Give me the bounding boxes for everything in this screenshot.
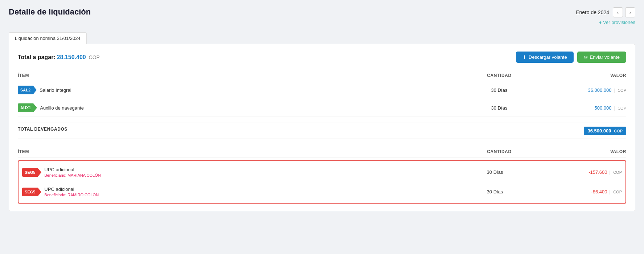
item-cell: SEG5 UPC adicional Beneficiario: MARIANA… <box>22 167 459 177</box>
badge-arrow-seg5-2 <box>38 188 41 196</box>
month-label: Enero de 2024 <box>576 9 609 15</box>
table-row: SAL2 Salario Integral 30 Días 36.000.000… <box>18 81 626 99</box>
next-month-button[interactable]: › <box>625 7 635 17</box>
valor-currency-sal2: COP <box>618 88 626 93</box>
valor-seg5-2: -86.400 | COP <box>531 189 622 194</box>
cantidad-seg5-1: 30 Días <box>459 169 531 175</box>
valor-currency-aux1: COP <box>618 106 626 110</box>
valor-seg5-1: -157.600 | COP <box>531 169 622 175</box>
valor-amount-seg5-2: -86.400 <box>591 189 607 194</box>
ver-provisiones-link[interactable]: ♦ Ver provisiones <box>599 20 635 25</box>
table-row: AUX1 Auxilio de navegante 30 Días 500.00… <box>18 99 626 117</box>
valor-currency-seg5-1: COP <box>613 170 622 175</box>
badge-seg5-ramiro: SEG5 <box>22 188 41 196</box>
chevron-left-icon: ‹ <box>617 10 619 15</box>
main-card: Total a pagar: 28.150.400 COP ⬇ Descarga… <box>9 44 635 211</box>
valor-currency-seg5-2: COP <box>613 190 622 194</box>
total-summary: Total a pagar: 28.150.400 COP <box>18 54 100 61</box>
prev-month-button[interactable]: ‹ <box>613 7 623 17</box>
badge-text-seg5-1: SEG5 <box>22 168 38 177</box>
total-devengados-currency: COP <box>614 129 623 133</box>
table-row: SEG5 UPC adicional Beneficiario: RAMIRO … <box>19 182 625 201</box>
badge-seg5-mariana: SEG5 <box>22 168 41 177</box>
page-title: Detalle de liquidación <box>9 7 91 17</box>
item-cell: AUX1 Auxilio de navegante <box>18 103 463 112</box>
col-item-header: ÍTEM <box>18 73 463 78</box>
valor-amount-aux1: 500.000 <box>595 105 612 111</box>
item-name-block-sal2: Salario Integral <box>40 87 71 93</box>
provisiones-icon: ♦ <box>599 20 602 25</box>
item-name-aux1: Auxilio de navegante <box>40 105 84 111</box>
item-name-block-seg5-1: UPC adicional Beneficiario: MARIANA COLÓ… <box>44 167 101 177</box>
page-container: Detalle de liquidación Enero de 2024 ‹ ›… <box>0 0 644 254</box>
badge-aux1: AUX1 <box>18 103 37 112</box>
badge-arrow-aux1 <box>33 103 37 112</box>
total-devengados-label: TOTAL DEVENGADOS <box>18 127 463 135</box>
item-cell: SEG5 UPC adicional Beneficiario: RAMIRO … <box>22 187 459 197</box>
item-name-block-seg5-2: UPC adicional Beneficiario: RAMIRO COLÓN <box>44 187 99 197</box>
ver-provisiones-label: Ver provisiones <box>603 20 635 25</box>
cantidad-aux1: 30 Días <box>463 105 536 111</box>
devengados-table-header: ÍTEM CANTIDAD VALOR <box>18 70 626 81</box>
item-name-block-aux1: Auxilio de navegante <box>40 105 84 111</box>
summary-row: Total a pagar: 28.150.400 COP ⬇ Descarga… <box>18 52 626 63</box>
col-valor-header-2: VALOR <box>536 149 626 154</box>
deducciones-section: SEG5 UPC adicional Beneficiario: MARIANA… <box>18 160 626 204</box>
action-buttons: ⬇ Descargar volante ✉ Enviar volante <box>516 52 626 63</box>
enviar-label: Enviar volante <box>590 54 620 60</box>
badge-text-aux1: AUX1 <box>18 103 33 112</box>
item-name-sal2: Salario Integral <box>40 87 71 93</box>
total-devengados-amount: 36.500.000 <box>587 128 611 134</box>
col-valor-header: VALOR <box>536 73 626 78</box>
top-bar: Detalle de liquidación Enero de 2024 ‹ ›… <box>9 7 635 25</box>
tab-liquidacion[interactable]: Liquidación nómina 31/01/2024 <box>9 32 87 44</box>
top-right: Enero de 2024 ‹ › ♦ Ver provisiones <box>576 7 635 25</box>
email-icon: ✉ <box>584 54 588 60</box>
item-beneficiary-seg5-1: Beneficiario: MARIANA COLÓN <box>44 173 101 177</box>
col-cantidad-header: CANTIDAD <box>463 73 536 78</box>
month-nav: Enero de 2024 ‹ › <box>576 7 635 17</box>
total-devengados-value: 36.500.000 COP <box>584 127 626 135</box>
item-name-seg5-2: UPC adicional <box>44 187 99 192</box>
descargar-volante-button[interactable]: ⬇ Descargar volante <box>516 52 574 63</box>
deducciones-table-header: ÍTEM CANTIDAD VALOR <box>18 146 626 157</box>
item-beneficiary-seg5-2: Beneficiario: RAMIRO COLÓN <box>44 193 99 197</box>
badge-text-seg5-2: SEG5 <box>22 188 38 196</box>
devengados-section: SAL2 Salario Integral 30 Días 36.000.000… <box>18 81 626 117</box>
badge-sal2: SAL2 <box>18 86 37 94</box>
total-amount: 28.150.400 <box>57 54 86 60</box>
table-row: SEG5 UPC adicional Beneficiario: MARIANA… <box>19 163 625 182</box>
descargar-label: Descargar volante <box>529 54 567 60</box>
download-icon: ⬇ <box>522 54 526 60</box>
chevron-right-icon: › <box>629 10 631 15</box>
item-cell: SAL2 Salario Integral <box>18 86 463 94</box>
cantidad-sal2: 30 Días <box>463 87 536 93</box>
badge-arrow-seg5-1 <box>38 168 41 177</box>
valor-aux1: 500.000 | COP <box>536 105 626 111</box>
enviar-volante-button[interactable]: ✉ Enviar volante <box>577 52 626 63</box>
col-item-header-2: ÍTEM <box>18 149 463 154</box>
item-name-seg5-1: UPC adicional <box>44 167 101 172</box>
total-label: Total a pagar: <box>18 54 56 60</box>
badge-text-sal2: SAL2 <box>18 86 33 94</box>
tab-bar: Liquidación nómina 31/01/2024 <box>9 32 635 44</box>
badge-arrow-sal2 <box>33 86 37 94</box>
total-currency-label: COP <box>89 54 100 60</box>
col-cantidad-header-2: CANTIDAD <box>463 149 536 154</box>
total-devengados-row: TOTAL DEVENGADOS 36.500.000 COP <box>18 123 626 139</box>
cantidad-seg5-2: 30 Días <box>459 189 531 194</box>
valor-amount-sal2: 36.000.000 <box>588 87 611 93</box>
valor-sal2: 36.000.000 | COP <box>536 87 626 93</box>
valor-amount-seg5-1: -157.600 <box>588 169 607 175</box>
